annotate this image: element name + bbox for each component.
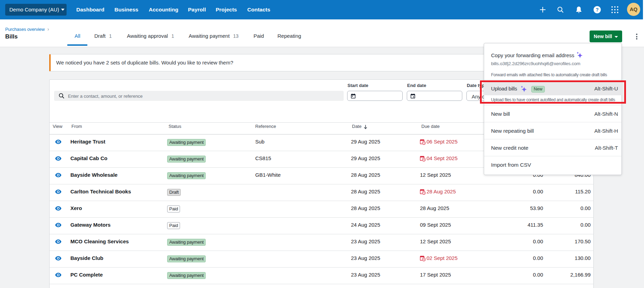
svg-text:?: ?	[596, 7, 599, 12]
